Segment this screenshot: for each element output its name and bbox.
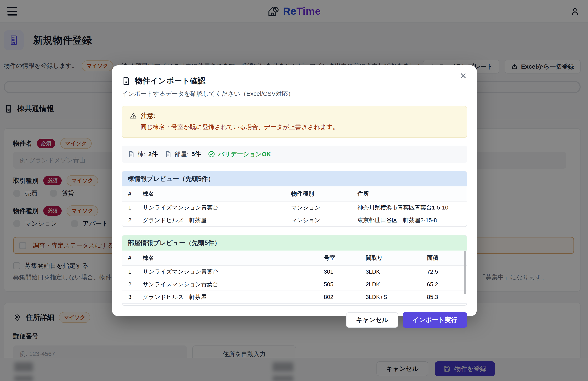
room-table-scrollbar[interactable]	[464, 251, 466, 294]
room-preview-title: 部屋情報プレビュー（先頭5件）	[122, 235, 467, 251]
table-row: 1 サンライズマンション青葉台 301 3LDK 72.5	[122, 265, 467, 278]
table-row: 3 グランドヒルズ三軒茶屋 802 3LDK+S 85.3	[122, 291, 467, 303]
import-stats-bar: 棟:2件 部屋:5件 バリデーションOK	[122, 146, 467, 163]
file-icon	[122, 76, 131, 85]
table-row: 2 グランドヒルズ三軒茶屋 マンション 東京都世田谷区三軒茶屋2-15-8	[122, 214, 467, 226]
modal-title: 物件インポート確認	[135, 76, 205, 86]
close-icon[interactable]: ×	[458, 70, 469, 81]
room-preview-table: 部屋情報プレビュー（先頭5件） # 棟名 号室 間取り 面積 1 サンライズマン	[122, 235, 467, 306]
check-circle-icon	[208, 150, 215, 158]
warning-body: 同じ棟名・号室が既に登録されている場合、データが上書きされます。	[129, 123, 459, 131]
table-row: 2 サンライズマンション青葉台 505 2LDK 65.2	[122, 278, 467, 291]
validation-status: バリデーションOK	[208, 150, 271, 158]
screen: ReTime 新規物件登録 物件の情報を登録します。 マイソク がある項目はマイ…	[0, 0, 588, 381]
import-confirm-modal: × 物件インポート確認 インポートするデータを確認してください（Excel/CS…	[112, 65, 477, 316]
document-icon	[128, 151, 135, 158]
table-row: 1 サンライズマンション青葉台 マンション 神奈川県横浜市青葉区青葉台1-5-1…	[122, 201, 467, 214]
table-header-row: # 棟名 号室 間取り 面積	[122, 251, 467, 265]
document-icon	[165, 151, 172, 158]
modal-subtitle: インポートするデータを確認してください（Excel/CSV対応）	[122, 90, 467, 98]
table-header-row: # 棟名 物件種別 住所	[122, 186, 467, 201]
import-execute-button[interactable]: インポート実行	[403, 312, 467, 328]
building-preview-table: 棟情報プレビュー（先頭5件） # 棟名 物件種別 住所 1 サンライズマンション…	[122, 171, 467, 227]
warning-triangle-icon	[129, 112, 137, 120]
warning-title: 注意:	[141, 111, 156, 120]
table-row: 4 グランドヒルズ三軒茶屋 1201 4LDK 95	[122, 303, 467, 306]
modal-cancel-button[interactable]: キャンセル	[346, 312, 398, 328]
building-preview-title: 棟情報プレビュー（先頭5件）	[122, 171, 467, 186]
warning-box: 注意: 同じ棟名・号室が既に登録されている場合、データが上書きされます。	[122, 106, 467, 138]
building-count: 棟:2件	[128, 150, 158, 158]
room-count: 部屋:5件	[165, 150, 201, 158]
